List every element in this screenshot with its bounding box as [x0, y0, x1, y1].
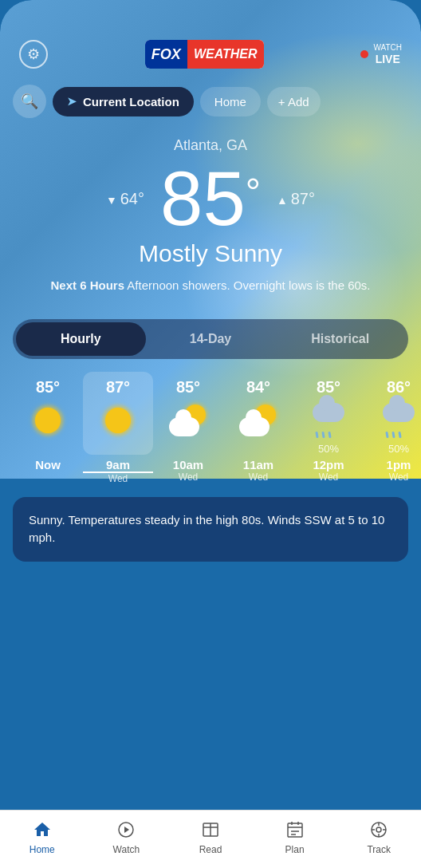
hour-item-12pm[interactable]: 85° 50%	[293, 372, 364, 455]
nav-item-read[interactable]: Read	[179, 819, 242, 855]
hour-icon	[29, 401, 67, 440]
bottom-navigation: Home Watch Read Plan Track	[0, 810, 421, 868]
app-header: ⚙ FOX WEATHER WATCH LIVE	[0, 0, 421, 78]
next-hours-label: Next 6 Hours	[50, 278, 124, 292]
watch-live-button[interactable]: WATCH LIVE	[360, 43, 402, 66]
add-location-button[interactable]: + Add	[267, 87, 321, 116]
live-dot	[360, 50, 368, 58]
hour-percent: 50%	[318, 443, 339, 455]
nav-label-watch: Watch	[113, 844, 140, 855]
hourly-row: 85° 87° 85°	[13, 372, 421, 455]
search-button[interactable]: 🔍	[13, 85, 46, 118]
live-label: LIVE	[373, 53, 402, 66]
fox-logo-weather: WEATHER	[187, 40, 264, 69]
rain-icon	[380, 403, 418, 438]
hour-icon	[99, 401, 137, 440]
hour-item-1pm[interactable]: 86° 50%	[364, 372, 421, 455]
hour-item-9am[interactable]: 87°	[83, 372, 153, 455]
nav-item-plan[interactable]: Plan	[263, 819, 327, 855]
hour-label-9am: 9am Wed	[83, 458, 153, 484]
tab-14day[interactable]: 14-Day	[146, 322, 276, 356]
hour-label-11am: 11am Wed	[223, 458, 293, 484]
tab-hourly[interactable]: Hourly	[16, 322, 146, 356]
hour-item-10am[interactable]: 85°	[153, 372, 223, 455]
temp-low: 64°	[106, 190, 144, 208]
hour-icon	[169, 401, 207, 440]
svg-marker-1	[124, 827, 129, 833]
forecast-summary: Next 6 Hours Afternoon showers. Overnigh…	[16, 277, 405, 295]
hour-temp: 86°	[387, 378, 411, 397]
nav-label-read: Read	[199, 844, 222, 855]
hourly-scroll-container[interactable]: 85° 87° 85°	[0, 372, 421, 484]
hour-temp: 85°	[36, 378, 60, 397]
hour-icon	[239, 401, 277, 440]
hour-temp: 85°	[317, 378, 340, 397]
fox-logo-fox: FOX	[145, 40, 187, 69]
home-icon	[31, 819, 53, 841]
location-bar: 🔍 ➤ Current Location Home + Add	[0, 78, 421, 124]
hour-temp: 84°	[246, 378, 270, 397]
track-icon	[368, 819, 390, 841]
sun-icon	[35, 408, 61, 433]
settings-icon[interactable]: ⚙	[19, 40, 48, 69]
partly-cloudy-icon	[169, 404, 207, 436]
nav-item-track[interactable]: Track	[347, 819, 411, 855]
forecast-text: Sunny. Temperatures steady in the high 8…	[29, 513, 384, 545]
location-arrow-icon: ➤	[67, 95, 77, 108]
rain-icon	[309, 403, 348, 438]
forecast-tabs: Hourly 14-Day Historical	[13, 319, 408, 359]
nav-label-home: Home	[30, 844, 55, 855]
hour-label-now: Now	[13, 458, 83, 484]
nav-item-watch[interactable]: Watch	[94, 819, 158, 855]
hour-icon	[309, 401, 348, 440]
hour-label-10am: 10am Wed	[153, 458, 223, 484]
hour-temp: 85°	[176, 378, 200, 397]
app-logo: FOX WEATHER	[145, 40, 264, 69]
hour-item-now[interactable]: 85°	[13, 372, 83, 455]
weather-display: Atlanta, GA 64° 85° 87° Mostly Sunny Nex…	[0, 124, 421, 303]
forecast-detail: Afternoon showers. Overnight lows is the…	[124, 278, 371, 292]
nav-item-home[interactable]: Home	[10, 819, 74, 855]
watch-label: WATCH	[373, 43, 402, 53]
hour-percent: 50%	[388, 443, 409, 455]
temp-range-row: 64° 85° 87°	[16, 160, 405, 237]
weather-condition: Mostly Sunny	[16, 240, 405, 267]
hour-label-12pm: 12pm Wed	[293, 458, 364, 484]
svg-point-12	[376, 827, 381, 832]
sun-icon	[105, 408, 131, 433]
hour-labels-row: Now 9am Wed 10am Wed 11am Wed 12pm Wed 1…	[13, 458, 421, 484]
nav-label-plan: Plan	[285, 844, 305, 855]
bottom-forecast-bar: Sunny. Temperatures steady in the high 8…	[13, 497, 408, 562]
hour-temp: 87°	[106, 378, 130, 397]
current-location-button[interactable]: ➤ Current Location	[53, 87, 194, 116]
tab-historical[interactable]: Historical	[275, 322, 405, 356]
watch-icon	[115, 819, 137, 841]
partly-cloudy-icon	[239, 404, 277, 436]
nav-label-track: Track	[367, 844, 391, 855]
temp-high: 87°	[277, 190, 315, 208]
plan-icon	[284, 819, 306, 841]
current-location-label: Current Location	[83, 95, 179, 108]
temp-current: 85°	[160, 160, 261, 237]
city-label: Atlanta, GA	[16, 137, 405, 154]
hour-label-1pm: 1pm Wed	[364, 458, 421, 484]
read-icon	[199, 819, 222, 841]
home-location-button[interactable]: Home	[200, 87, 261, 116]
hour-item-11am[interactable]: 84°	[223, 372, 293, 455]
hour-icon	[380, 401, 418, 440]
